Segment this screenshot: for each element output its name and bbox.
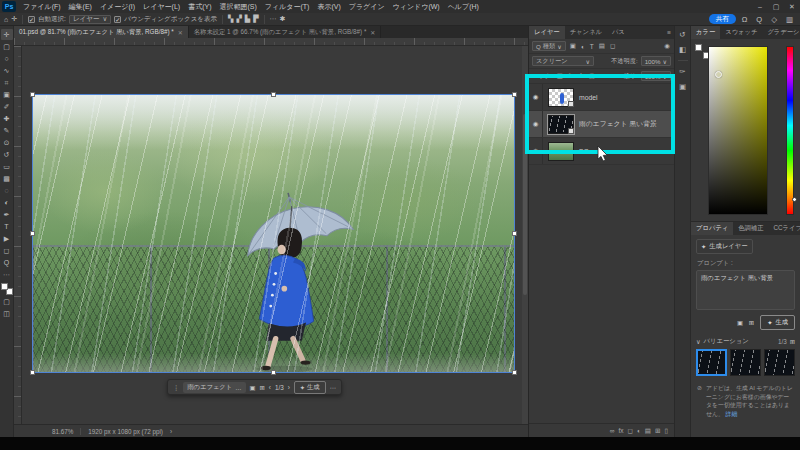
blend-mode-dropdown[interactable]: スクリーン∨ [532,56,594,66]
next-variation-icon[interactable]: › [288,384,290,391]
link-layers-icon[interactable]: ∞ [610,427,615,434]
tool-quick-mask[interactable]: ▢ [1,296,13,307]
layer-style-fx-icon[interactable]: fx [618,427,623,434]
tool-brush[interactable]: ✎ [1,125,13,136]
color-swatches[interactable] [1,283,13,295]
tool-eraser[interactable]: ▭ [1,161,13,172]
fill-field[interactable]: 100%∨ [641,71,671,81]
tab-close-icon[interactable]: ✕ [178,29,183,36]
comments-icon[interactable]: ◧ [679,45,686,54]
tool-frame[interactable]: ▣ [1,89,13,100]
tab-gradients[interactable]: グラデーション [762,26,800,39]
distribute-icon[interactable]: ▛ [253,15,258,23]
canvas-scrollbar[interactable] [522,46,528,424]
learn-more-link[interactable]: 詳細 [726,411,738,417]
tab-adjustments[interactable]: 色調補正 [733,222,768,235]
share-button[interactable]: 共有 [709,14,736,24]
layer-thumbnail[interactable] [548,142,574,161]
menu-help[interactable]: ヘルプ(H) [444,2,483,12]
add-image-icon[interactable]: ▣ [250,384,256,391]
filter-adjustment-icon[interactable]: ◐ [580,43,586,50]
lock-position-icon[interactable]: ✛ [577,72,584,80]
canvas-area[interactable]: ⋮ 雨のエフェクト… ▣ ⊞ ‹ 1/3 › ✦生成 ⋯ [22,46,528,424]
layer-name[interactable]: BG [579,148,589,155]
filter-toggle-icon[interactable]: ◉ [663,42,671,50]
more-options-icon[interactable]: ⋯ [270,15,277,23]
filter-pixel-icon[interactable]: ▣ [569,42,577,50]
variation-thumbnail-2[interactable] [730,349,761,376]
prompt-textarea[interactable]: 雨のエフェクト 黒い背景 [696,270,795,310]
search-icon[interactable]: Q [753,15,765,24]
tool-history-brush[interactable]: ↺ [1,149,13,160]
tool-quick-select[interactable]: ∿ [1,65,13,76]
tool-type[interactable]: T [1,221,13,232]
adjustment-layer-icon[interactable]: ◐ [637,427,641,434]
panel-menu-icon[interactable]: ≡ [664,29,674,36]
align-center-icon[interactable]: ▞ [236,15,241,23]
menu-window[interactable]: ウィンドウ(W) [389,2,444,12]
menu-type[interactable]: 書式(Y) [184,2,215,12]
color-picker-ring[interactable] [715,71,722,78]
maximize-button[interactable]: ▢ [768,3,784,11]
help-icon[interactable]: ◇ [768,15,780,24]
close-button[interactable]: ✕ [784,3,800,11]
layer-name[interactable]: 雨のエフェクト 黒い背景 [579,119,657,129]
menu-filter[interactable]: フィルター(T) [261,2,314,12]
variation-thumbnail-1[interactable] [696,349,727,376]
tab-properties[interactable]: プロパティ [691,222,733,235]
prev-variation-icon[interactable]: ‹ [269,384,271,391]
tool-marquee[interactable]: ▢ [1,41,13,52]
reference-image-icon[interactable]: ▣ [737,319,743,326]
tool-pen[interactable]: ✒ [1,209,13,220]
generate-button[interactable]: ✦生成 [294,381,326,394]
tool-gradient[interactable]: ▩ [1,173,13,184]
clone-source-icon[interactable]: ▣ [679,82,686,91]
drag-handle-icon[interactable]: ⋮ [173,384,179,391]
tool-screen-mode[interactable]: ◫ [1,308,13,319]
similar-grid-icon[interactable]: ⊞ [260,384,265,391]
menu-layer[interactable]: レイヤー(L) [139,2,184,12]
grid-view-icon[interactable]: ⊞ [790,338,795,345]
more-options-icon[interactable]: ⋯ [330,384,336,391]
variation-thumbnail-3[interactable] [764,349,795,376]
hue-slider[interactable] [786,46,794,215]
tab-swatches[interactable]: スウォッチ [720,26,762,39]
menu-image[interactable]: イメージ(I) [96,2,139,12]
tool-shape[interactable]: ◻ [1,245,13,256]
layer-name[interactable]: model [579,94,598,101]
tab-close-icon[interactable]: ✕ [370,29,375,36]
filter-smart-object-icon[interactable]: ◻ [609,42,616,50]
color-field[interactable] [708,46,768,215]
tool-move[interactable]: ✛ [1,29,13,40]
tool-lasso[interactable]: ○ [1,53,13,64]
doc-tab-untitled1[interactable]: 名称未設定 1 @ 66.7% (雨のエフェクト 黒い背景, RGB/8#) *… [189,26,382,38]
menu-edit[interactable]: 編集(E) [65,2,96,12]
status-chevron-icon[interactable]: › [170,428,172,435]
tool-crop[interactable]: ⌗ [1,77,13,88]
lock-transparency-icon[interactable]: ▦ [556,72,564,80]
doc-tab-01psd[interactable]: 01.psd @ 81.7% (雨のエフェクト 黒い背景, RGB/8#) *✕ [14,26,189,38]
home-icon[interactable]: ⌂ [4,16,8,23]
prompt-field[interactable]: 雨のエフェクト… [183,382,245,393]
new-group-icon[interactable]: ▤ [645,427,651,435]
collapse-caret-icon[interactable]: ∨ [696,338,701,345]
tool-zoom[interactable]: Q [1,257,13,268]
generate-button[interactable]: ✦生成 [760,315,795,330]
menu-view[interactable]: 表示(V) [313,2,344,12]
visibility-eye-icon[interactable]: ◉ [529,138,543,164]
foreground-color[interactable] [1,283,8,290]
brush-settings-icon[interactable]: ✑ [679,67,685,76]
tool-healing[interactable]: ✚ [1,113,13,124]
workspace-layout-icon[interactable]: ▥ [783,15,796,24]
bounding-box-checkbox[interactable]: ✓ [114,16,121,23]
align-right-icon[interactable]: ▙ [245,15,250,23]
layer-row-bg[interactable]: ◉ BG [529,138,674,165]
delete-layer-icon[interactable]: ▯ [664,427,668,435]
document-image[interactable] [32,94,515,373]
add-mask-icon[interactable]: ◻ [627,427,632,435]
hue-slider-marker[interactable] [792,197,797,202]
menu-plugins[interactable]: プラグイン [345,2,389,12]
tool-path-select[interactable]: ▶ [1,233,13,244]
align-left-icon[interactable]: ▚ [228,15,233,23]
tool-eyedropper[interactable]: ✐ [1,101,13,112]
